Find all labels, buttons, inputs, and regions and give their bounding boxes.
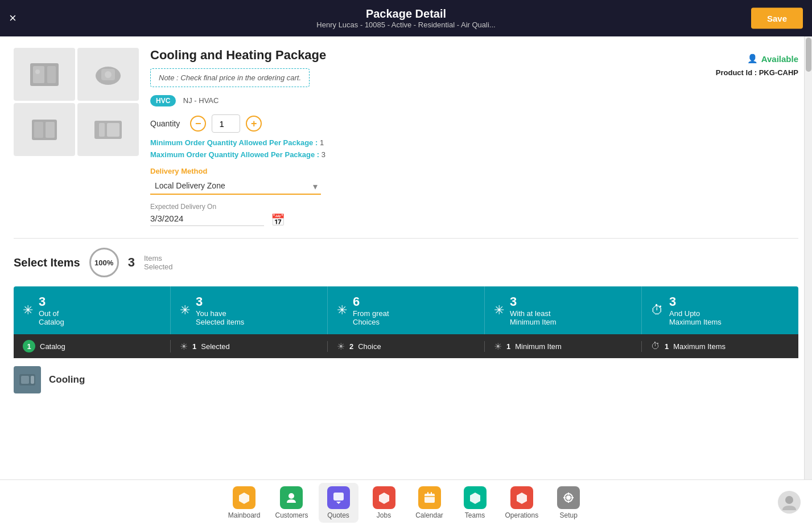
items-label: ItemsSelected: [144, 254, 173, 271]
teams-icon: [464, 486, 487, 509]
dark-row-choice: ☀ 2 Choice: [328, 341, 485, 352]
asterisk-icon-4: ✳: [494, 303, 504, 318]
header-title-group: Package Detail Henry Lucas - 10085 - Act…: [316, 7, 495, 29]
nav-operations[interactable]: Operations: [501, 483, 543, 523]
sun-icon-3: ☀: [494, 341, 502, 352]
delivery-method-select[interactable]: Local Delivery Zone Shipping Pickup: [150, 178, 321, 195]
svg-rect-18: [333, 493, 344, 501]
page-title: Package Detail: [316, 7, 495, 20]
quantity-decrease-button[interactable]: −: [190, 116, 206, 132]
items-count-large: 3: [128, 255, 135, 270]
product-image-3: [14, 103, 75, 156]
tag-row: HVC NJ - HVAC: [150, 95, 673, 106]
calendar-icon[interactable]: 📅: [271, 213, 285, 227]
tag-badge: HVC: [150, 95, 176, 106]
svg-marker-25: [517, 493, 527, 504]
banner-desc-4: With at leastMinimum Item: [510, 309, 557, 326]
cooling-label: Cooling: [49, 374, 85, 385]
expected-date: 3/3/2024: [150, 214, 264, 226]
mainboard-icon: [233, 486, 255, 509]
min-qty-value: 1: [320, 138, 324, 147]
page-subtitle: Henry Lucas - 10085 - Active - Residenti…: [316, 20, 495, 29]
banner-desc-3: From greatChoices: [353, 309, 389, 326]
nav-setup[interactable]: Setup: [549, 483, 588, 523]
svg-rect-30: [563, 497, 566, 498]
min-qty-info: Minimum Order Quantity Allowed Per Packa…: [150, 138, 673, 147]
svg-rect-20: [424, 494, 435, 503]
status-available: 👤 Available: [685, 54, 798, 64]
expected-label: Expected Delivery On: [150, 203, 673, 211]
banner-min-item: ✳ 3 With at leastMinimum Item: [485, 286, 642, 334]
banner-desc-2: You haveSelected items: [196, 309, 244, 326]
selected-num: 1: [192, 342, 196, 351]
svg-point-17: [288, 493, 294, 499]
expected-date-row: 3/3/2024 📅: [150, 213, 673, 227]
dark-row-catalog: 1 Catalog: [14, 340, 171, 352]
scrollbar-thumb[interactable]: [806, 38, 811, 72]
note-box: Note : Check final price in the ordering…: [150, 68, 310, 87]
save-button[interactable]: Save: [751, 8, 803, 29]
quantity-label: Quantity: [150, 119, 180, 128]
banner-num-1: 3: [39, 294, 64, 309]
catalog-num: 1: [23, 340, 35, 352]
svg-rect-2: [47, 66, 56, 83]
nav-jobs[interactable]: Jobs: [364, 483, 404, 523]
max-qty-value: 3: [321, 150, 325, 159]
jobs-icon: [373, 486, 395, 509]
nav-quotes[interactable]: Quotes: [319, 483, 358, 523]
max-item-num: 1: [665, 342, 669, 351]
nav-setup-label: Setup: [560, 511, 578, 519]
svg-rect-15: [31, 376, 34, 384]
svg-rect-14: [21, 376, 29, 384]
banner-num-5: 3: [669, 294, 722, 309]
svg-rect-9: [46, 122, 55, 138]
svg-marker-24: [470, 493, 480, 504]
product-info: Cooling and Heating Package Note : Check…: [150, 48, 673, 227]
delivery-label: Delivery Method: [150, 167, 673, 175]
quantity-row: Quantity − +: [150, 114, 673, 133]
progress-circle: 100%: [89, 248, 119, 277]
nav-mainboard-label: Mainboard: [228, 511, 261, 519]
product-section: Cooling and Heating Package Note : Check…: [14, 48, 798, 227]
svg-rect-29: [568, 501, 569, 503]
svg-rect-1: [33, 66, 44, 83]
sun-icon-4: ⏱: [651, 341, 660, 351]
product-images: [14, 48, 139, 156]
cooling-row: Cooling: [14, 358, 798, 396]
svg-marker-16: [239, 493, 249, 504]
svg-point-26: [566, 495, 571, 500]
divider: [14, 238, 798, 239]
items-selected-info: ItemsSelected: [144, 254, 173, 271]
avatar: [778, 491, 801, 514]
svg-rect-22: [427, 492, 428, 495]
nav-teams[interactable]: Teams: [455, 483, 495, 523]
product-status: 👤 Available Product Id : PKG-CAHP: [685, 48, 798, 227]
svg-marker-19: [379, 493, 389, 504]
scrollbar[interactable]: [804, 36, 812, 489]
quantity-input[interactable]: [212, 114, 240, 133]
available-icon: 👤: [747, 54, 758, 64]
banner-num-2: 3: [196, 294, 244, 309]
max-qty-info: Maximum Order Quantity Allowed Per Packa…: [150, 150, 673, 159]
availability-label: Available: [761, 54, 798, 64]
nav-teams-label: Teams: [465, 511, 485, 519]
nav-quotes-label: Quotes: [327, 511, 349, 519]
close-button[interactable]: ×: [9, 11, 17, 26]
nav-customers[interactable]: Customers: [270, 483, 312, 523]
nav-calendar[interactable]: Calendar: [410, 483, 450, 523]
choice-label: Choice: [358, 342, 381, 351]
product-name: Cooling and Heating Package: [150, 48, 673, 63]
sun-icon-2: ☀: [337, 341, 345, 352]
banner-selected-items: ✳ 3 You haveSelected items: [171, 286, 328, 334]
dark-row-max-items: ⏱ 1 Maximum Items: [642, 341, 798, 351]
banner-desc-5: And UptoMaximum Items: [669, 309, 722, 326]
setup-icon: [557, 486, 580, 509]
product-id-value: PKG-CAHP: [759, 68, 798, 77]
svg-rect-28: [568, 493, 569, 495]
quantity-increase-button[interactable]: +: [246, 116, 262, 132]
quotes-icon: [327, 486, 350, 509]
nav-mainboard[interactable]: Mainboard: [224, 483, 265, 523]
svg-rect-31: [571, 497, 574, 498]
max-item-label: Maximum Items: [673, 342, 726, 351]
calendar-nav-icon: [418, 486, 441, 509]
